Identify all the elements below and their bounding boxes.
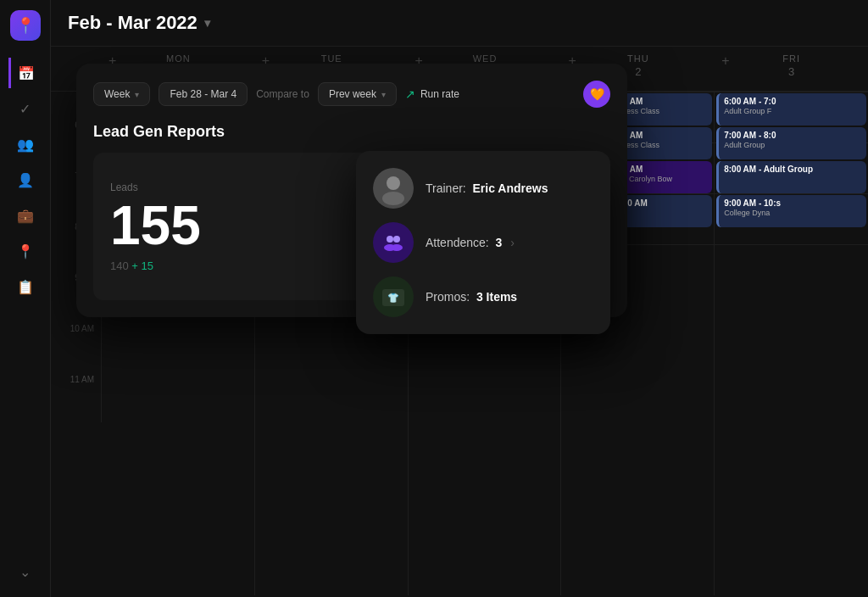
popup-attendence-row: Attendence: 3 › bbox=[373, 222, 593, 263]
attendence-info[interactable]: Attendence: 3 › bbox=[426, 236, 515, 249]
main-content: Feb - Mar 2022 ▾ + MON + TUE 28 + WED bbox=[51, 0, 868, 597]
sidebar-item-person[interactable]: 👤 bbox=[10, 165, 41, 195]
sidebar-item-calendar[interactable]: 📅 bbox=[8, 58, 42, 88]
day-header-fri: + FRI 3 bbox=[715, 47, 868, 91]
sidebar-item-location[interactable]: 📍 bbox=[10, 236, 41, 266]
header: Feb - Mar 2022 ▾ bbox=[51, 0, 868, 47]
time-11am: 11 AM bbox=[51, 371, 102, 422]
svg-point-1 bbox=[387, 176, 400, 190]
compare-label: Compare to bbox=[256, 88, 309, 100]
svg-text:👕: 👕 bbox=[387, 292, 399, 304]
event-fri-8am[interactable]: 8:00 AM - Adult Group bbox=[716, 161, 866, 193]
attendence-arrow-icon: › bbox=[510, 236, 515, 249]
user-avatar-button[interactable]: 🧡 bbox=[583, 81, 610, 108]
week-selector-button[interactable]: Week ▾ bbox=[93, 82, 150, 106]
week-chevron-icon: ▾ bbox=[135, 90, 139, 99]
sidebar: 📍 📅 ✓ 👥 👤 💼 📍 📋 ⌄ bbox=[0, 0, 51, 597]
date-range-button[interactable]: Feb 28 - Mar 4 bbox=[159, 82, 248, 106]
trainer-info: Trainer: Eric Andrews bbox=[426, 181, 548, 195]
lead-gen-panel: Week ▾ Feb 28 - Mar 4 Compare to Prev we… bbox=[76, 64, 627, 317]
app-logo[interactable]: 📍 bbox=[10, 10, 41, 41]
calendar-container: + MON + TUE 28 + WED 1 + THU 2 bbox=[51, 47, 868, 597]
sidebar-item-bag[interactable]: 💼 bbox=[10, 200, 41, 231]
svg-point-2 bbox=[382, 192, 404, 205]
event-fri-7am[interactable]: 7:00 AM - 8:0 Adult Group bbox=[716, 127, 866, 159]
title-chevron-icon[interactable]: ▾ bbox=[204, 16, 210, 30]
session-detail-popup: Trainer: Eric Andrews bbox=[356, 151, 610, 334]
add-fri-button[interactable]: + bbox=[721, 53, 729, 69]
svg-point-6 bbox=[391, 244, 403, 251]
prev-week-button[interactable]: Prev week ▾ bbox=[318, 82, 397, 106]
sidebar-item-schedule[interactable]: 📋 bbox=[10, 271, 41, 302]
sidebar-item-more[interactable]: ⌄ bbox=[10, 556, 41, 587]
sidebar-item-users[interactable]: 👥 bbox=[10, 129, 41, 159]
svg-point-4 bbox=[393, 236, 400, 243]
promo-icon: 👕 bbox=[373, 276, 414, 317]
page-title: Feb - Mar 2022 ▾ bbox=[68, 12, 210, 34]
event-fri-6am[interactable]: 6:00 AM - 7:0 Adult Group F bbox=[716, 93, 866, 126]
attendence-icon bbox=[373, 222, 414, 263]
svg-point-3 bbox=[387, 236, 393, 243]
run-rate-icon: ↗ bbox=[405, 87, 415, 101]
sidebar-item-check[interactable]: ✓ bbox=[10, 93, 41, 124]
time-10am: 10 AM bbox=[51, 321, 102, 371]
lead-gen-title: Lead Gen Reports bbox=[93, 123, 610, 141]
prev-week-chevron-icon: ▾ bbox=[381, 90, 386, 99]
promos-info: Promos: 3 Items bbox=[426, 290, 517, 304]
popup-trainer-row: Trainer: Eric Andrews bbox=[373, 168, 593, 209]
panel-toolbar: Week ▾ Feb 28 - Mar 4 Compare to Prev we… bbox=[93, 81, 610, 108]
event-fri-9am[interactable]: 9:00 AM - 10:s College Dyna bbox=[716, 195, 866, 227]
trainer-avatar bbox=[373, 168, 414, 209]
run-rate-button[interactable]: ↗ Run rate bbox=[405, 87, 459, 101]
popup-promos-row: 👕 Promos: 3 Items bbox=[373, 276, 593, 317]
day-col-fri: 6:00 AM - 7:0 Adult Group F 7:00 AM - 8:… bbox=[715, 92, 868, 595]
